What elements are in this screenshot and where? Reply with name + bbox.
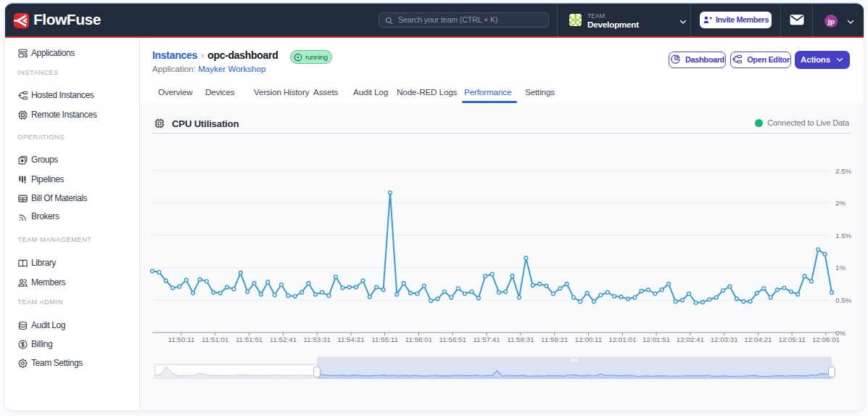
svg-text:11:58:31: 11:58:31 (507, 335, 534, 343)
svg-text:12:01:01: 12:01:01 (608, 335, 636, 343)
svg-text:11:56:01: 11:56:01 (405, 335, 432, 343)
svg-text:12:06:01: 12:06:01 (812, 335, 840, 343)
svg-text:11:56:51: 11:56:51 (439, 335, 466, 343)
svg-text:1.5%: 1.5% (835, 232, 852, 240)
svg-text:11:54:21: 11:54:21 (337, 335, 364, 343)
svg-text:11:51:01: 11:51:01 (202, 335, 228, 343)
svg-text:12:03:31: 12:03:31 (711, 335, 738, 343)
svg-text:2%: 2% (835, 199, 846, 207)
svg-text:11:53:31: 11:53:31 (303, 335, 330, 343)
svg-text:11:50:11: 11:50:11 (168, 335, 195, 343)
svg-text:11:57:41: 11:57:41 (473, 335, 500, 343)
svg-text:0.5%: 0.5% (835, 296, 852, 304)
svg-text:1%: 1% (835, 264, 846, 272)
svg-text:11:55:11: 11:55:11 (371, 335, 398, 343)
svg-text:12:01:51: 12:01:51 (642, 335, 670, 343)
svg-text:11:51:51: 11:51:51 (236, 335, 263, 343)
svg-text:12:04:21: 12:04:21 (744, 335, 772, 343)
svg-text:12:00:11: 12:00:11 (575, 335, 602, 343)
svg-text:12:02:41: 12:02:41 (677, 335, 704, 343)
svg-text:11:59:21: 11:59:21 (541, 335, 568, 343)
svg-text:0%: 0% (835, 329, 846, 337)
svg-text:11:52:41: 11:52:41 (270, 335, 297, 343)
svg-text:2.5%: 2.5% (835, 167, 852, 175)
svg-text:12:05:11: 12:05:11 (778, 335, 805, 343)
